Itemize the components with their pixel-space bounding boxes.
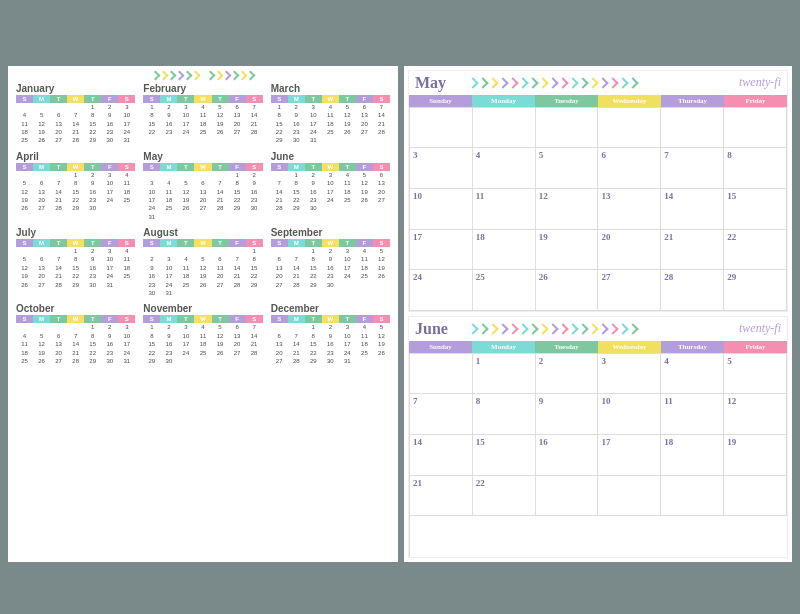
big-cal-day-number: 5 xyxy=(539,150,544,160)
day-cell: 15 xyxy=(246,264,263,272)
day-cell: 30 xyxy=(84,281,101,289)
day-cell: 24 xyxy=(160,281,177,289)
day-cell: 25 xyxy=(356,349,373,357)
day-cell: 6 xyxy=(50,332,67,340)
day-header-cell: T xyxy=(339,163,356,171)
day-cell: 15 xyxy=(288,188,305,196)
day-cell: 14 xyxy=(373,111,390,119)
day-cell: 9 xyxy=(84,255,101,263)
day-cell: 6 xyxy=(33,179,50,187)
day-cell: 15 xyxy=(305,340,322,348)
day-cell: 27 xyxy=(50,136,67,144)
day-cell: 21 xyxy=(50,272,67,280)
day-cell xyxy=(356,281,373,289)
day-cell: 6 xyxy=(33,255,50,263)
day-cell: 18 xyxy=(339,188,356,196)
day-cell: 30 xyxy=(288,136,305,144)
day-cell: 24 xyxy=(118,349,135,357)
big-cal-header-cell: Wednesday xyxy=(598,95,661,107)
day-cell: 28 xyxy=(67,357,84,365)
day-cell: 4 xyxy=(118,247,135,255)
day-cell: 16 xyxy=(305,188,322,196)
big-cal-day-number: 12 xyxy=(727,396,736,406)
day-cell: 19 xyxy=(16,196,33,204)
day-cell: 28 xyxy=(67,136,84,144)
day-cell: 17 xyxy=(322,188,339,196)
day-cell: 13 xyxy=(50,120,67,128)
day-cell: 26 xyxy=(373,272,390,280)
day-cell: 26 xyxy=(16,281,33,289)
big-cal-day-number: 21 xyxy=(664,232,673,242)
day-cell xyxy=(50,323,67,331)
day-cell: 21 xyxy=(271,196,288,204)
big-cal-header-cell: Friday xyxy=(724,95,787,107)
big-cal-day-cell: 3 xyxy=(598,354,661,395)
big-cal-header-cell: Tuesday xyxy=(535,341,598,353)
day-cell: 21 xyxy=(288,272,305,280)
day-cell xyxy=(33,103,50,111)
day-cell: 17 xyxy=(339,264,356,272)
day-cell: 1 xyxy=(84,103,101,111)
day-cell: 20 xyxy=(229,120,246,128)
big-cal-day-number: 22 xyxy=(476,478,485,488)
day-cell: 7 xyxy=(212,179,229,187)
big-cal-week-row: 101112131415 xyxy=(410,189,787,230)
day-header-cell: F xyxy=(229,163,246,171)
day-cell: 9 xyxy=(101,111,118,119)
day-cell xyxy=(177,213,194,221)
day-cell: 29 xyxy=(229,204,246,212)
day-cell: 24 xyxy=(339,349,356,357)
big-cal-day-cell: 7 xyxy=(410,394,473,435)
day-header-cell: W xyxy=(67,315,84,323)
day-cell xyxy=(212,213,229,221)
day-cell: 30 xyxy=(246,204,263,212)
small-month-may: MaySMTWTFS123456789101112131415161718192… xyxy=(143,151,262,221)
day-cell: 17 xyxy=(118,120,135,128)
day-cell xyxy=(288,247,305,255)
day-cell xyxy=(373,204,390,212)
day-header-cell: S xyxy=(271,239,288,247)
day-header-cell: T xyxy=(84,95,101,103)
big-cal-day-cell: 2 xyxy=(536,354,599,395)
day-cell: 21 xyxy=(212,196,229,204)
day-header-cell: M xyxy=(160,239,177,247)
small-month-september: SeptemberSMTWTFS123456789101112131415161… xyxy=(271,227,390,297)
day-cell: 26 xyxy=(212,128,229,136)
day-cell: 8 xyxy=(143,332,160,340)
big-cal-week-row: 345678 xyxy=(410,148,787,189)
day-header-cell: T xyxy=(305,239,322,247)
day-cell: 31 xyxy=(160,289,177,297)
day-cell: 14 xyxy=(246,111,263,119)
day-cell xyxy=(143,171,160,179)
left-calendar-panel: JanuarySMTWTFS12345678910111213141516171… xyxy=(8,66,398,562)
small-month-headers: SMTWTFS xyxy=(143,315,262,323)
day-header-cell: T xyxy=(305,95,322,103)
big-cal-day-number: 10 xyxy=(601,396,610,406)
day-header-cell: W xyxy=(194,239,211,247)
day-header-cell: T xyxy=(177,239,194,247)
day-cell: 9 xyxy=(288,111,305,119)
day-cell: 11 xyxy=(356,332,373,340)
day-cell: 28 xyxy=(229,281,246,289)
small-month-days: 1234567891011121314151617181920212223242… xyxy=(271,171,390,213)
day-cell: 9 xyxy=(160,111,177,119)
big-cal-day-number: 22 xyxy=(727,232,736,242)
day-cell: 22 xyxy=(84,349,101,357)
day-cell: 29 xyxy=(67,281,84,289)
big-cal-day-cell: 15 xyxy=(724,189,787,230)
day-cell: 9 xyxy=(322,332,339,340)
big-cal-day-cell: 25 xyxy=(473,270,536,311)
day-cell: 25 xyxy=(118,272,135,280)
day-cell: 23 xyxy=(322,272,339,280)
day-cell xyxy=(160,213,177,221)
day-cell: 11 xyxy=(194,332,211,340)
big-cal-day-number: 9 xyxy=(539,396,544,406)
day-cell xyxy=(177,289,194,297)
day-cell: 7 xyxy=(229,255,246,263)
big-cal-day-number: 15 xyxy=(476,437,485,447)
day-header-cell: T xyxy=(177,95,194,103)
day-header-cell: T xyxy=(84,163,101,171)
day-header-cell: T xyxy=(177,163,194,171)
day-cell: 9 xyxy=(305,179,322,187)
day-cell: 8 xyxy=(305,332,322,340)
